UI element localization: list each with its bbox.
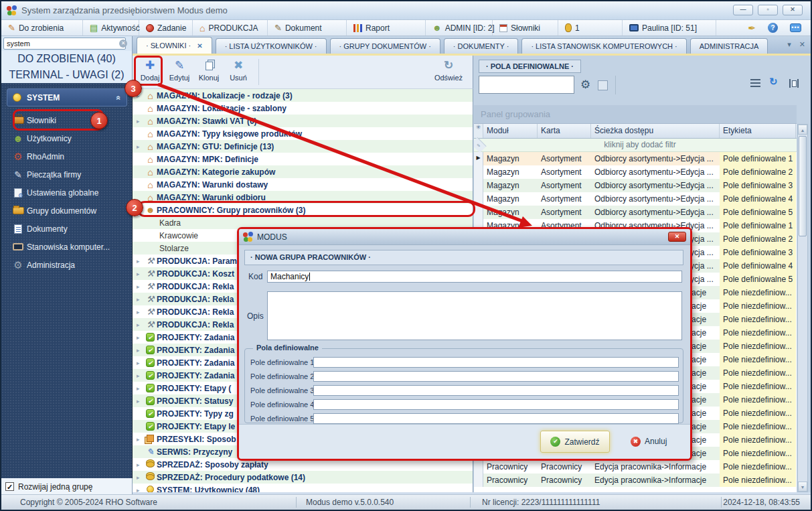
tree-item[interactable]: ▸SPRZEDAŻ: Procedury podatkowe (14) [133, 471, 473, 484]
sidebar-item-rhoadmin[interactable]: RhoAdmin [9, 147, 129, 165]
tree-item[interactable]: ▸MAGAZYN: Lokalizacje - rodzaje (3) [133, 89, 473, 102]
table-row[interactable]: MagazynAsortymentOdbiorcy asortymentu->E… [474, 192, 797, 206]
topbar-item-raport[interactable]: Raport [347, 20, 426, 35]
list-view-icon[interactable] [750, 79, 760, 87]
dialog-close-button[interactable]: ✕ [668, 232, 686, 242]
column-header-cie-ka-dost-pu[interactable]: Ścieżka dostępu [591, 124, 720, 138]
column-header-modu[interactable]: Moduł [483, 124, 538, 138]
expander-icon[interactable]: ▸ [137, 398, 144, 405]
topbar-item-dokument[interactable]: Dokument [268, 20, 347, 35]
cancel-button[interactable]: ✖ Anuluj [631, 433, 667, 449]
sidebar-item-piecz-tka-firmy[interactable]: Pieczątka firmy [9, 165, 129, 184]
todo-list-item[interactable]: DO ZROBIENIA (40) [1, 51, 132, 67]
table-filter-row[interactable]: ♀kliknij aby dodać filtr [474, 139, 797, 152]
expander-icon[interactable]: ▸ [137, 436, 144, 443]
column-width-icon[interactable] [789, 79, 799, 88]
expander-icon[interactable]: ▸ [137, 347, 144, 354]
gear-icon[interactable] [580, 78, 590, 92]
dialog-field-input[interactable] [313, 357, 679, 368]
expander-icon[interactable]: ▸ [137, 334, 144, 341]
tab-close-icon[interactable]: ✕ [197, 42, 202, 50]
panel-checkbox[interactable] [598, 80, 608, 90]
sync-icon[interactable] [769, 76, 778, 88]
close-button[interactable]: ✕ [783, 5, 803, 15]
klonuj-button[interactable]: Klonuj [194, 56, 224, 88]
expander-icon[interactable]: ▸ [137, 271, 144, 277]
panel-search-input[interactable] [479, 76, 574, 94]
topbar-item-paulina-id-51[interactable]: Paulina [ID: 51] [623, 20, 716, 35]
sidebar-item-ustawienia-globalne[interactable]: Ustawienia globalne [9, 184, 129, 202]
expander-icon[interactable]: ▸ [137, 283, 144, 290]
tree-item[interactable]: MAGAZYN: Typy księgowe produktów [133, 127, 473, 140]
dodaj-button[interactable]: Dodaj [135, 56, 165, 88]
collapse-icon[interactable]: « [114, 95, 124, 100]
dialog-field-input[interactable] [313, 371, 679, 382]
expander-icon[interactable]: ▸ [137, 258, 144, 265]
grouping-panel[interactable]: Panel grupowania [474, 105, 797, 124]
topbar-item-s-owniki[interactable]: Słowniki [493, 20, 558, 35]
table-row[interactable]: MagazynAsortymentOdbiorcy asortymentu->E… [474, 206, 797, 219]
refresh-button[interactable]: Odśwież [434, 56, 463, 88]
confirm-button[interactable]: ✔ Zatwierdź [540, 431, 610, 453]
sidebar-item-administracja[interactable]: Administracja [9, 256, 129, 274]
tree-item[interactable]: MAGAZYN: Lokalizacje - szablony [133, 102, 473, 115]
expander-icon[interactable]: ▸ [137, 143, 144, 150]
expander-icon[interactable]: ▸ [137, 385, 144, 392]
tree-item[interactable]: MAGAZYN: Warunki dostawy [133, 178, 473, 191]
tab-s-owniki[interactable]: · SŁOWNIKI ·✕ [137, 37, 212, 54]
expander-icon[interactable]: ▸ [137, 321, 144, 328]
table-row[interactable]: PracownicyPracownicyEdycja pracownika->I… [474, 460, 797, 473]
tree-item[interactable]: MAGAZYN: Kategorie zakupów [133, 165, 473, 178]
expander-icon[interactable]: ▸ [137, 296, 144, 303]
todo-list-item[interactable]: TERMINAL - UWAGI (2) [1, 67, 132, 83]
topbar-item-produkcja[interactable]: PRODUKCJA [193, 20, 268, 35]
table-row[interactable]: PracownicyPracownicyEdycja pracownika->I… [474, 473, 797, 487]
expander-icon[interactable]: ▸ [137, 118, 144, 125]
kod-input[interactable]: Machanicy [267, 271, 682, 283]
table-row[interactable]: ▶MagazynAsortymentOdbiorcy asortymentu->… [474, 152, 797, 165]
opis-textarea[interactable] [267, 291, 682, 340]
topbar-item-1[interactable]: 1 [558, 20, 623, 35]
expand-one-group-checkbox[interactable]: ✓ [5, 482, 14, 491]
sidebar-item-dokumenty[interactable]: Dokumenty [9, 220, 129, 238]
edytuj-button[interactable]: Edytuj [165, 56, 194, 88]
ink-icon[interactable] [748, 23, 756, 33]
topbar-item-aktywno[interactable]: Aktywność [83, 20, 139, 35]
topbar-item-do-zrobienia[interactable]: Do zrobienia [1, 20, 83, 35]
sidebar-item-u-ytkownicy[interactable]: Użytkownicy [9, 129, 129, 147]
tree-item[interactable]: ▸MAGAZYN: GTU: Definicje (13) [133, 140, 473, 153]
clear-search-icon[interactable]: ✕ [119, 40, 127, 48]
tab-lista-u-ytkownik-w[interactable]: · LISTA UŻYTKOWNIKÓW · [216, 38, 327, 54]
restore-button[interactable]: ▫ [758, 5, 778, 15]
expander-icon[interactable]: ▸ [137, 487, 144, 493]
chevron-down-icon[interactable]: ▾ [787, 40, 791, 49]
tab-grupy-dokument-w[interactable]: · GRUPY DOKUMENTÓW · [330, 38, 440, 54]
topbar-item-zadanie[interactable]: Zadanie [139, 20, 193, 35]
chat-icon[interactable]: ••• [790, 23, 801, 32]
tree-item[interactable]: PRACOWNICY: Grupy pracowników (3) [133, 204, 473, 216]
usu-button[interactable]: Usuń [224, 56, 253, 88]
tab-dokumenty[interactable]: · DOKUMENTY · [444, 38, 519, 54]
sidebar-item-s-owniki[interactable]: Słowniki [9, 111, 129, 129]
scroll-up-icon[interactable]: ▲ [798, 125, 807, 135]
tree-item[interactable]: ▸MAGAZYN: Stawki VAT (6) [133, 115, 473, 127]
tab-administracja[interactable]: ADMINISTRACJA [690, 38, 768, 54]
expander-icon[interactable]: ▸ [137, 92, 144, 99]
tree-item[interactable]: MAGAZYN: Warunki odbioru [133, 191, 473, 204]
tab-lista-stanowisk-komputerowych[interactable]: · LISTA STANOWISK KOMPUTEROWYCH · [521, 38, 686, 54]
tree-item[interactable]: ▸SYSTEM: Użytkownicy (48) [133, 484, 473, 492]
column-header-karta[interactable]: Karta [538, 124, 591, 138]
expander-icon[interactable]: ▸ [137, 309, 144, 315]
table-scrollbar[interactable]: ▲ ▼ [797, 124, 808, 492]
close-tab-icon[interactable]: ✕ [799, 40, 805, 49]
search-input[interactable]: system [3, 38, 126, 50]
sidebar-item-grupy-dokument-w[interactable]: Grupy dokumentów [9, 202, 129, 220]
nav-group-system[interactable]: SYSTEM « [7, 88, 127, 106]
column-header-etykieta[interactable]: Etykieta [720, 124, 796, 138]
expander-icon[interactable]: ▸ [137, 461, 144, 468]
dialog-field-input[interactable] [313, 413, 679, 424]
scrollbar-thumb[interactable] [799, 136, 807, 236]
dialog-field-input[interactable] [313, 385, 679, 396]
expander-icon[interactable]: ▸ [137, 474, 144, 481]
tree-item[interactable]: MAGAZYN: MPK: Definicje [133, 153, 473, 165]
